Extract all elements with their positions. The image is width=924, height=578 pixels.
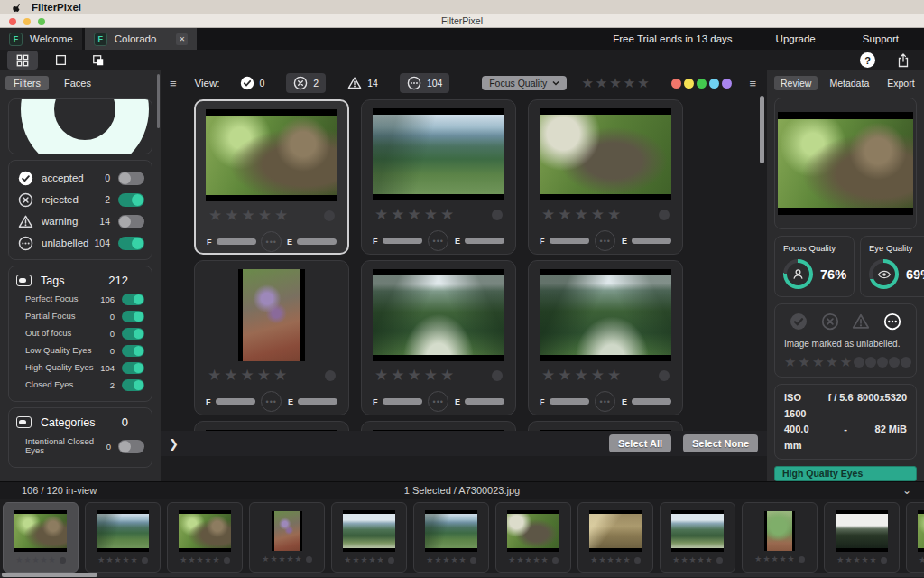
eye-slider[interactable] [465,238,504,244]
star-icon[interactable]: ★ [508,555,515,564]
color-dot[interactable] [324,210,335,221]
tab-filters[interactable]: Filters [5,76,49,90]
filmstrip-thumbnail[interactable]: ★★★★★ [249,502,325,573]
view-filter-warning[interactable]: 14 [340,73,385,93]
photo-thumbnail[interactable] [767,511,792,551]
star-icon[interactable]: ★ [208,208,222,223]
star-icon[interactable]: ★ [706,555,713,564]
more-options-button[interactable]: ••• [595,391,615,412]
star-icon[interactable]: ★ [377,555,384,564]
more-options-button[interactable]: ••• [261,231,282,252]
expand-sidebar-icon[interactable]: ❯ [169,437,179,451]
eye-slider[interactable] [465,398,504,405]
color-dot[interactable] [671,79,681,89]
filmstrip-thumbnail[interactable]: ★★★★★ [85,502,161,573]
color-dot[interactable] [889,357,900,368]
select-none-button[interactable]: Select None [683,434,758,452]
star-icon[interactable]: ★ [131,555,138,564]
filter-toggle-accepted[interactable] [118,172,144,185]
menubar-app-name[interactable]: FilterPixel [32,2,81,13]
filmstrip-thumbnail[interactable]: ★★★★★ [578,502,653,573]
star-icon[interactable]: ★ [196,555,203,564]
star-icon[interactable]: ★ [798,355,809,368]
star-icon[interactable]: ★ [862,555,869,564]
color-dot[interactable] [881,557,887,564]
star-icon[interactable]: ★ [408,368,421,383]
star-icon[interactable]: ★ [369,555,376,564]
photo-thumbnail[interactable] [97,514,149,548]
star-icon[interactable]: ★ [607,207,621,222]
color-dot[interactable] [492,370,503,381]
color-dot[interactable] [877,357,888,368]
grid-view-button[interactable] [7,51,38,70]
photo-card[interactable] [361,421,516,431]
photo-thumbnail[interactable] [540,275,671,355]
photo-card[interactable] [194,421,349,431]
star-icon[interactable]: ★ [344,555,351,564]
photo-thumbnail[interactable] [589,514,642,548]
star-icon[interactable]: ★ [424,368,438,383]
filmstrip-thumbnail[interactable]: ★★★★★ [495,502,571,573]
star-icon[interactable]: ★ [840,355,852,368]
color-dot[interactable] [901,357,911,368]
compare-view-button[interactable] [83,51,114,70]
focus-slider[interactable] [550,398,589,405]
star-icon[interactable]: ★ [624,75,637,90]
star-icon[interactable]: ★ [784,355,796,368]
tag-chip-high-quality-eyes[interactable]: High Quality Eyes [774,466,917,481]
star-icon[interactable]: ★ [440,368,454,383]
photo-thumbnail[interactable] [540,115,671,194]
star-icon[interactable]: ★ [606,555,614,564]
focus-slider[interactable] [550,238,589,244]
star-icon[interactable]: ★ [273,368,287,383]
color-dot[interactable] [865,357,876,368]
star-icon[interactable]: ★ [637,75,651,90]
star-icon[interactable]: ★ [188,555,195,564]
collapse-filmstrip-icon[interactable]: ⌄ [902,484,911,497]
filmstrip-thumbnail[interactable]: ★★★★★ [331,502,407,573]
view-filter-accepted[interactable]: 0 [233,73,273,93]
color-dot[interactable] [659,210,670,220]
star-icon[interactable]: ★ [836,555,844,564]
color-dot[interactable] [716,557,723,564]
star-icon[interactable]: ★ [32,555,39,564]
star-icon[interactable]: ★ [374,368,388,383]
star-icon[interactable]: ★ [591,368,605,383]
filter-toggle-warning[interactable] [118,215,144,228]
eye-slider[interactable] [632,238,671,244]
star-icon[interactable]: ★ [771,555,778,564]
star-icon[interactable]: ★ [853,555,860,564]
star-icon[interactable]: ★ [360,555,367,564]
star-icon[interactable]: ★ [812,355,824,368]
close-tab-icon[interactable]: ✕ [176,33,188,45]
photo-thumbnail[interactable] [206,116,337,195]
star-icon[interactable]: ★ [426,555,433,564]
photo-thumbnail[interactable] [507,514,559,548]
star-icon[interactable]: ★ [391,368,404,383]
star-icon[interactable]: ★ [258,208,272,223]
star-icon[interactable]: ★ [451,555,458,564]
star-icon[interactable]: ★ [575,368,588,383]
star-icon[interactable]: ★ [680,555,688,564]
eye-slider[interactable] [297,238,337,245]
photo-thumbnail[interactable] [274,511,300,551]
sort-dropdown[interactable]: Focus Quality [482,76,567,90]
tag-toggle[interactable] [122,311,144,322]
star-icon[interactable]: ★ [106,555,113,564]
support-button[interactable]: Support [863,33,899,44]
star-icon[interactable]: ★ [591,207,605,222]
color-dot[interactable] [684,79,694,89]
star-icon[interactable]: ★ [533,555,541,564]
star-icon[interactable]: ★ [225,208,238,223]
photo-card[interactable]: ★★★★★F•••E [361,99,516,255]
grid-scrollbar-thumb[interactable] [760,96,764,163]
photo-thumbnail[interactable] [179,514,231,548]
filmstrip-thumbnail[interactable]: ★★★★★ [660,502,735,573]
photo-thumbnail[interactable] [373,115,504,194]
star-icon[interactable]: ★ [615,555,623,564]
mark-warning-icon[interactable] [852,312,870,331]
star-icon[interactable]: ★ [698,555,705,564]
category-toggle[interactable] [118,440,144,453]
photo-thumbnail[interactable] [425,514,477,548]
star-icon[interactable]: ★ [97,555,105,564]
